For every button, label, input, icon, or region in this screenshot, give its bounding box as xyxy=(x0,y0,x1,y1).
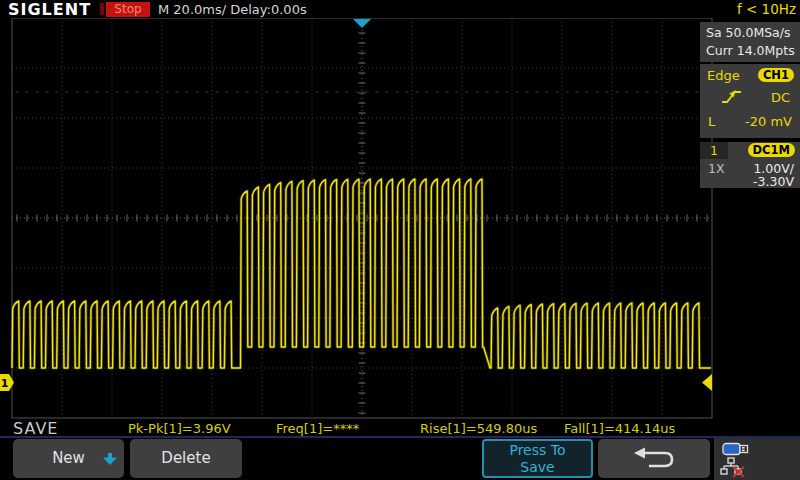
measurement-freq: Freq[1]=**** xyxy=(276,421,359,436)
scope-display: 1 xyxy=(0,0,800,480)
top-status-bar: SIGLENT Stop M 20.0ms/ Delay:0.00s xyxy=(0,0,800,18)
channel1-marker-label: 1 xyxy=(1,377,9,390)
channel-offset: -3.30V xyxy=(753,174,794,189)
channel1-info-panel[interactable]: 1 DC1M 1X 1.00V/ -3.30V xyxy=(700,142,800,188)
oscilloscope-screen: { "topbar": { "logo": "SIGLENT", "acq_st… xyxy=(0,0,800,480)
acquisition-info-panel[interactable]: Sa 50.0MSa/s Curr 14.0Mpts xyxy=(700,22,800,62)
trigger-source-badge: CH1 xyxy=(758,68,794,82)
measurement-rise: Rise[1]=549.80us xyxy=(420,421,537,436)
frequency-counter: f < 10Hz xyxy=(737,1,796,17)
return-arrow-icon xyxy=(632,446,676,472)
trigger-info-panel[interactable]: Edge CH1 DC L -20 mV xyxy=(700,64,800,138)
sample-rate: Sa 50.0MSa/s xyxy=(706,25,791,40)
trigger-level-marker[interactable] xyxy=(702,374,712,391)
menu-separator xyxy=(0,436,800,438)
trigger-coupling: DC xyxy=(771,90,790,105)
graticule xyxy=(12,18,712,418)
logo-red-mark xyxy=(100,3,104,15)
trigger-level-value: -20 mV xyxy=(745,114,792,129)
rising-edge-icon xyxy=(720,89,742,105)
delete-button-label: Delete xyxy=(161,449,210,467)
siglent-logo: SIGLENT xyxy=(8,0,91,19)
timebase-readout: M 20.0ms/ Delay:0.00s xyxy=(158,2,307,17)
lan-disconnected-icon xyxy=(720,457,746,478)
press-to-save-button[interactable]: Press To Save xyxy=(482,439,593,478)
trigger-position-marker[interactable] xyxy=(353,19,371,28)
trigger-type: Edge xyxy=(707,68,740,83)
channel-coupling-badge: DC1M xyxy=(748,143,795,157)
delete-button[interactable]: Delete xyxy=(130,439,242,478)
memory-depth: Curr 14.0Mpts xyxy=(706,43,795,58)
save-button-line2: Save xyxy=(484,459,591,476)
acquisition-status-badge: Stop xyxy=(106,2,150,17)
measurement-pkpk: Pk-Pk[1]=3.96V xyxy=(128,421,231,436)
status-icon-panel xyxy=(714,438,800,480)
chevron-down-icon xyxy=(103,453,117,465)
new-button-label: New xyxy=(52,449,85,467)
new-button[interactable]: New xyxy=(13,439,124,478)
trigger-level-label: L xyxy=(708,114,715,129)
measurement-fall: Fall[1]=414.14us xyxy=(564,421,675,436)
channel-number: 1 xyxy=(700,142,728,159)
save-button-line1: Press To xyxy=(484,442,591,459)
usb-drive-icon xyxy=(722,442,750,456)
back-button[interactable] xyxy=(598,439,710,478)
probe-attenuation: 1X xyxy=(708,161,725,176)
